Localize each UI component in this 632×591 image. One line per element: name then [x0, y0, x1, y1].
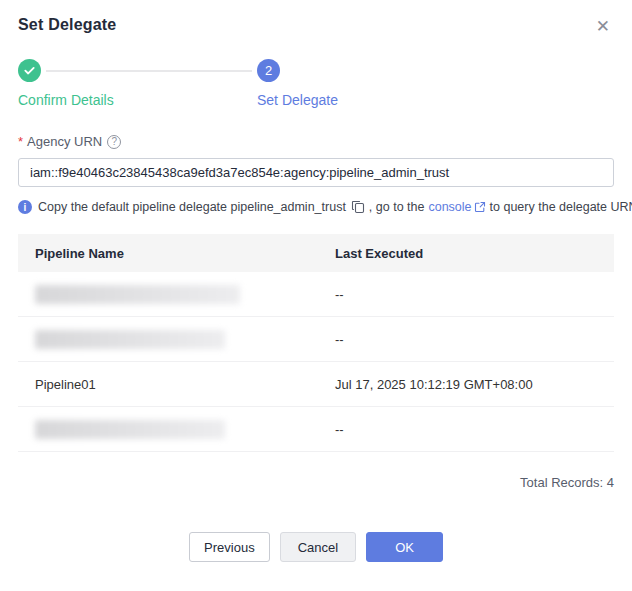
close-icon[interactable]: ✕ [596, 18, 610, 35]
info-icon: i [18, 200, 32, 214]
step-1-label[interactable]: Confirm Details [18, 92, 114, 108]
dialog-title: Set Delegate [18, 16, 614, 34]
previous-button[interactable]: Previous [189, 532, 270, 562]
step-2-label[interactable]: Set Delegate [257, 92, 338, 108]
hint-text-after: to query the delegate URN. [490, 200, 632, 214]
redacted-pipeline-name [35, 330, 225, 349]
agency-urn-label-row: * Agency URN ? [18, 134, 614, 149]
table-header: Pipeline Name Last Executed [18, 234, 614, 272]
pipeline-table: Pipeline Name Last Executed -- -- Pipeli… [18, 234, 614, 452]
column-header-last-executed: Last Executed [335, 246, 614, 261]
console-link[interactable]: console [428, 200, 471, 214]
last-executed-value: -- [335, 332, 614, 347]
redacted-pipeline-name [35, 420, 225, 439]
total-records: Total Records: 4 [18, 475, 614, 490]
cancel-button[interactable]: Cancel [280, 532, 356, 562]
required-asterisk: * [18, 134, 23, 149]
table-row[interactable]: Pipeline01 Jul 17, 2025 10:12:19 GMT+08:… [18, 362, 614, 407]
hint-text-middle: , go to the [369, 200, 425, 214]
last-executed-value: Jul 17, 2025 10:12:19 GMT+08:00 [335, 377, 614, 392]
hint-text-before-copy: Copy the default pipeline delegate pipel… [38, 200, 346, 214]
step-1-done-circle [18, 59, 41, 82]
pipeline-name-value: Pipeline01 [18, 377, 335, 392]
table-row[interactable]: -- [18, 317, 614, 362]
set-delegate-dialog: Set Delegate ✕ 2 Confirm Details Set Del… [0, 0, 632, 562]
stepper-connector [46, 70, 252, 72]
agency-urn-input[interactable] [18, 158, 614, 187]
dialog-footer: Previous Cancel OK [18, 532, 614, 562]
redacted-pipeline-name [35, 285, 240, 304]
ok-button[interactable]: OK [366, 532, 443, 562]
last-executed-value: -- [335, 287, 614, 302]
wizard-stepper: 2 Confirm Details Set Delegate [18, 59, 614, 115]
check-icon [23, 64, 36, 77]
column-header-pipeline-name: Pipeline Name [18, 246, 335, 261]
copy-icon[interactable] [351, 200, 365, 214]
help-icon[interactable]: ? [107, 135, 121, 149]
table-row[interactable]: -- [18, 407, 614, 452]
delegate-hint: i Copy the default pipeline delegate pip… [18, 200, 614, 214]
agency-urn-label: Agency URN [27, 134, 102, 149]
step-2-circle: 2 [257, 59, 280, 82]
table-row[interactable]: -- [18, 272, 614, 317]
external-link-icon[interactable] [474, 201, 486, 213]
last-executed-value: -- [335, 422, 614, 437]
